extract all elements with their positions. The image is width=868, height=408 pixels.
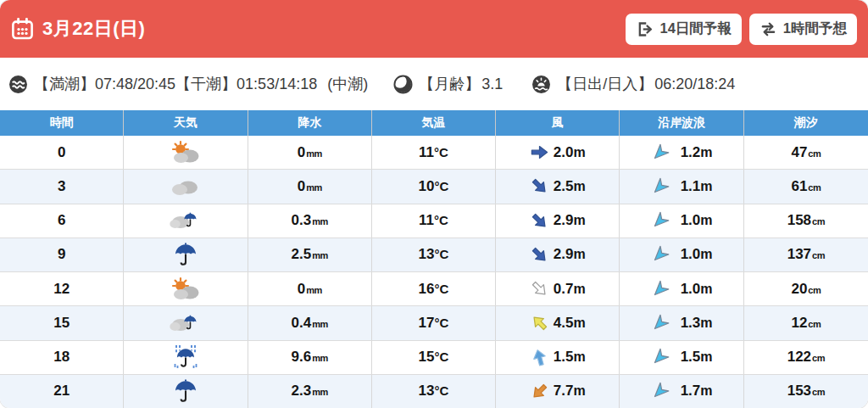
- wind-direction-icon: [530, 382, 549, 401]
- temp-cell: 13°C: [372, 375, 496, 408]
- weather-cell: [124, 170, 248, 203]
- time-cell: 9: [0, 238, 124, 271]
- hourly-forecast-button[interactable]: 1時間予想: [749, 14, 857, 45]
- wave-cell: 1.3m: [620, 306, 743, 339]
- forecast-table: 時間 天気 降水 気温 風 沿岸波浪 潮汐 00mm11°C2.0m1.2m47…: [0, 110, 868, 408]
- temp-cell: 17°C: [372, 306, 496, 339]
- tide-cell: 12cm: [744, 306, 868, 339]
- precip-cell: 9.6mm: [248, 341, 372, 374]
- temp-cell: 13°C: [372, 238, 496, 271]
- col-header-time: 時間: [0, 110, 124, 136]
- forecast-row-3: 30mm10°C2.5m1.1m61cm: [0, 170, 868, 204]
- precip-cell: 0mm: [248, 170, 372, 203]
- forecast-row-15: 150.4mm17°C4.5m1.3m12cm: [0, 306, 868, 340]
- weather-cell: [124, 375, 248, 408]
- tide-phase: (中潮): [327, 74, 368, 94]
- precip-cell: 0mm: [248, 272, 372, 305]
- col-header-wind: 風: [496, 110, 620, 136]
- wave-cell: 1.7m: [620, 375, 743, 408]
- wave-direction-icon: [651, 280, 670, 299]
- temp-cell: 10°C: [372, 170, 496, 203]
- wave-cell: 1.0m: [620, 272, 743, 305]
- wind-direction-icon: [530, 176, 549, 196]
- forecast-row-12: 120mm16°C0.7m1.0m20cm: [0, 272, 868, 306]
- wave-cell: 1.5m: [620, 341, 743, 374]
- wave-direction-icon: [651, 211, 670, 230]
- forecast-row-9: 92.5mm13°C2.9m1.0m137cm: [0, 238, 868, 272]
- col-header-temp: 気温: [372, 110, 496, 136]
- cloudy-icon: [169, 174, 203, 199]
- temp-cell: 11°C: [372, 136, 496, 169]
- wind-cell: 0.7m: [496, 272, 620, 305]
- forecast-body: 00mm11°C2.0m1.2m47cm30mm10°C2.5m1.1m61cm…: [0, 136, 868, 408]
- time-cell: 6: [0, 204, 124, 238]
- partly-cloudy-icon: [169, 277, 203, 302]
- precip-cell: 2.3mm: [248, 375, 372, 408]
- time-cell: 15: [0, 306, 124, 339]
- calendar-icon: [11, 18, 34, 41]
- tide-icon: [8, 75, 28, 94]
- partly-cloudy-icon: [169, 140, 203, 165]
- tide-info-bar: 【満潮】 07:48/20:45 【干潮】 01:53/14:18 (中潮) 【…: [0, 58, 868, 110]
- wave-cell: 1.2m: [620, 136, 743, 169]
- tide-cell: 47cm: [744, 136, 868, 169]
- tide-cell: 137cm: [744, 238, 868, 271]
- wave-direction-icon: [651, 314, 670, 333]
- table-header-row: 時間 天気 降水 気温 風 沿岸波浪 潮汐: [0, 110, 868, 136]
- wind-cell: 4.5m: [496, 306, 620, 339]
- tide-cell: 122cm: [744, 341, 868, 374]
- weather-cell: [124, 306, 248, 339]
- moon-age-label: 【月齢】: [419, 74, 480, 94]
- page-title-date: 3月22日(日): [42, 16, 145, 42]
- forecast-row-0: 00mm11°C2.0m1.2m47cm: [0, 136, 868, 170]
- header-buttons: 14日間予報 1時間予想: [626, 14, 857, 45]
- col-header-tide: 潮汐: [744, 110, 868, 136]
- wind-cell: 1.5m: [496, 341, 620, 374]
- swap-icon: [760, 20, 777, 38]
- cloud-umbrella-icon: [169, 208, 203, 233]
- date-block: 3月22日(日): [11, 16, 145, 42]
- low-tide-label: 【干潮】: [175, 74, 236, 94]
- low-tide-value: 01:53/14:18: [236, 75, 317, 93]
- weather-cell: [124, 136, 248, 169]
- cloud-umbrella-icon: [169, 310, 203, 336]
- forecast-row-21: 212.3mm13°C7.7m1.7m153cm: [0, 375, 868, 408]
- precip-cell: 0.3mm: [248, 204, 372, 238]
- high-tide-value: 07:48/20:45: [95, 75, 175, 93]
- wind-direction-icon: [530, 279, 549, 299]
- weather-cell: [124, 272, 248, 305]
- heavy-rain-icon: [169, 344, 203, 370]
- forecast-row-18: 189.6mm15°C1.5m1.5m122cm: [0, 341, 868, 375]
- date-header: 3月22日(日) 14日間予報 1時間予想: [0, 0, 868, 58]
- wind-cell: 2.5m: [496, 170, 620, 203]
- col-header-weather: 天気: [124, 110, 248, 136]
- weather-cell: [124, 204, 248, 238]
- wave-cell: 1.1m: [620, 170, 743, 203]
- precip-cell: 0.4mm: [248, 306, 372, 339]
- wind-cell: 2.9m: [496, 204, 620, 238]
- wave-direction-icon: [651, 348, 670, 366]
- forecast-row-6: 60.3mm11°C2.9m1.0m158cm: [0, 204, 868, 238]
- moon-icon: [393, 75, 413, 94]
- tide-cell: 61cm: [744, 170, 868, 203]
- umbrella-icon: [169, 378, 203, 404]
- wave-direction-icon: [651, 143, 670, 162]
- temp-cell: 15°C: [372, 341, 496, 374]
- time-cell: 18: [0, 341, 124, 374]
- col-header-wave: 沿岸波浪: [620, 110, 743, 136]
- wind-cell: 7.7m: [496, 375, 620, 408]
- wind-cell: 2.9m: [496, 238, 620, 271]
- time-cell: 3: [0, 170, 124, 203]
- tide-cell: 20cm: [744, 272, 868, 305]
- wind-direction-icon: [530, 245, 549, 265]
- wave-direction-icon: [651, 177, 670, 196]
- tide-cell: 153cm: [744, 375, 868, 408]
- wave-cell: 1.0m: [620, 204, 743, 238]
- hourly-forecast-label: 1時間予想: [783, 20, 847, 38]
- wave-direction-icon: [651, 245, 670, 264]
- wind-cell: 2.0m: [496, 136, 620, 169]
- wind-direction-icon: [530, 313, 549, 333]
- temp-cell: 11°C: [372, 204, 496, 238]
- forecast-14day-button[interactable]: 14日間予報: [626, 14, 741, 45]
- weather-cell: [124, 341, 248, 374]
